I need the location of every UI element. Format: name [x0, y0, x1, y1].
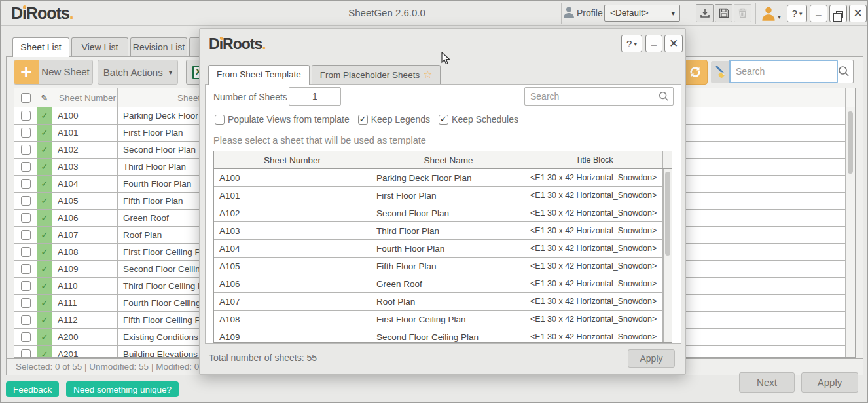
row-checkbox[interactable] — [21, 349, 31, 358]
sheet-number-cell[interactable]: A101 — [214, 187, 371, 204]
batch-actions-button[interactable]: Batch Actions ▾ — [98, 60, 178, 85]
sheet-number-cell[interactable]: A104 — [52, 176, 118, 192]
select-all-checkbox[interactable]: ✓ — [21, 93, 31, 103]
column-header-sheet-number[interactable]: Sheet Number — [52, 88, 118, 107]
new-sheet-button[interactable]: + New Sheet — [14, 60, 93, 85]
sheet-number-cell[interactable]: A108 — [214, 311, 371, 328]
sheet-number-cell[interactable]: A106 — [214, 275, 371, 292]
column-header-sheet-name[interactable]: Sheet Name — [371, 151, 526, 168]
sheet-number-cell[interactable]: A201 — [52, 346, 118, 358]
main-tab[interactable]: Sheet List — [12, 37, 69, 57]
close-button[interactable]: ✕ — [849, 5, 867, 22]
number-of-sheets-input[interactable] — [289, 87, 341, 106]
dialog-tab[interactable]: From Placeholder Sheets☆ — [312, 65, 441, 84]
column-header-title-block[interactable]: Title Block — [526, 151, 663, 168]
row-checkbox[interactable] — [21, 315, 31, 325]
option[interactable]: ✓ Keep Legends — [358, 114, 430, 125]
sheet-number-cell[interactable]: A100 — [52, 107, 118, 124]
sheet-number-cell[interactable]: A110 — [52, 278, 118, 294]
dialog-minimize-button[interactable]: _ — [645, 35, 662, 52]
search-input[interactable] — [731, 61, 835, 82]
table-row[interactable]: A108 First Floor Ceiling Plan <E1 30 x 4… — [214, 311, 672, 328]
dialog-tab[interactable]: From Sheet Template☆ — [208, 65, 310, 85]
column-header-sheet-number[interactable]: Sheet Number — [214, 151, 371, 168]
row-checkbox[interactable] — [21, 264, 31, 274]
sheet-number-cell[interactable]: A109 — [52, 261, 118, 277]
main-tab[interactable]: View List — [71, 37, 128, 56]
sheet-number-cell[interactable]: A109 — [214, 328, 371, 343]
row-checkbox[interactable] — [21, 247, 31, 257]
table-row[interactable]: A104 Fourth Floor Plan <E1 30 x 42 Horiz… — [214, 240, 672, 258]
refresh-button[interactable] — [683, 60, 708, 85]
feedback-button[interactable]: Feedback — [6, 381, 59, 397]
option-checkbox[interactable]: ✓ — [439, 115, 448, 125]
row-checkbox[interactable] — [21, 213, 31, 223]
sheet-name-cell[interactable]: Second Floor Plan — [371, 204, 526, 221]
sheet-name-cell[interactable]: Roof Plan — [371, 293, 526, 310]
select-all-cell[interactable]: ✓ — [14, 88, 37, 107]
table-row[interactable]: A102 Second Floor Plan <E1 30 x 42 Horiz… — [214, 204, 672, 222]
row-checkbox[interactable] — [21, 179, 31, 189]
need-something-unique-button[interactable]: Need something unique? — [66, 381, 179, 397]
sheet-name-cell[interactable]: Second Floor Ceiling Plan — [371, 328, 526, 343]
apply-button[interactable]: Apply — [801, 372, 858, 393]
vertical-scrollbar[interactable] — [845, 107, 855, 357]
scrollbar-thumb[interactable] — [848, 111, 853, 174]
sheet-number-cell[interactable]: A100 — [214, 169, 371, 186]
help-button[interactable]: ?▾ — [787, 5, 807, 22]
main-tab[interactable]: Revision List — [130, 37, 187, 56]
row-checkbox[interactable] — [21, 332, 31, 342]
sheet-name-cell[interactable]: Fifth Floor Plan — [371, 258, 526, 275]
account-button[interactable]: ▾ — [761, 5, 787, 22]
title-block-cell[interactable]: <E1 30 x 42 Horizontal_Snowdon> — [526, 275, 663, 292]
sheet-number-cell[interactable]: A107 — [52, 227, 118, 243]
title-block-cell[interactable]: <E1 30 x 42 Horizontal_Snowdon> — [526, 222, 663, 239]
table-row[interactable]: A107 Roof Plan <E1 30 x 42 Horizontal_Sn… — [214, 293, 672, 311]
sheet-name-cell[interactable]: First Floor Ceiling Plan — [371, 311, 526, 328]
title-block-cell[interactable]: <E1 30 x 42 Horizontal_Snowdon> — [526, 240, 663, 257]
row-checkbox[interactable] — [21, 128, 31, 138]
dialog-close-button[interactable]: ✕ — [664, 35, 683, 52]
sheet-name-cell[interactable]: Fourth Floor Plan — [371, 240, 526, 257]
scrollbar-thumb[interactable] — [665, 172, 670, 256]
sheet-number-cell[interactable]: A111 — [52, 295, 118, 311]
table-row[interactable]: A101 First Floor Plan <E1 30 x 42 Horizo… — [214, 187, 672, 204]
next-button[interactable]: Next — [739, 372, 795, 393]
sheet-number-cell[interactable]: A102 — [214, 204, 371, 221]
title-block-cell[interactable]: <E1 30 x 42 Horizontal_Snowdon> — [526, 187, 663, 204]
dialog-search-input[interactable] — [525, 88, 655, 105]
row-checkbox[interactable] — [21, 230, 31, 240]
option[interactable]: ✓ Keep Schedules — [439, 114, 518, 125]
row-checkbox[interactable] — [21, 111, 31, 121]
sheet-number-cell[interactable]: A200 — [52, 329, 118, 345]
title-block-cell[interactable]: <E1 30 x 42 Horizontal_Snowdon> — [526, 328, 663, 343]
row-checkbox[interactable] — [21, 162, 31, 172]
sheet-number-cell[interactable]: A103 — [214, 222, 371, 239]
sheet-number-cell[interactable]: A105 — [52, 193, 118, 209]
sheet-name-cell[interactable]: Parking Deck Floor Plan — [371, 169, 526, 186]
row-checkbox[interactable] — [21, 298, 31, 308]
restore-button[interactable] — [829, 5, 847, 22]
save-profile-button[interactable] — [715, 4, 732, 22]
table-row[interactable]: A103 Third Floor Plan <E1 30 x 42 Horizo… — [214, 222, 672, 240]
title-block-cell[interactable]: <E1 30 x 42 Horizontal_Snowdon> — [526, 311, 663, 328]
title-block-cell[interactable]: <E1 30 x 42 Horizontal_Snowdon> — [526, 293, 663, 310]
sheet-number-cell[interactable]: A102 — [52, 142, 118, 158]
search-icon[interactable] — [837, 65, 850, 78]
sheet-number-cell[interactable]: A105 — [214, 258, 371, 275]
sheet-name-cell[interactable]: Green Roof — [371, 275, 526, 292]
option-checkbox[interactable]: ✓ — [358, 115, 368, 125]
row-checkbox[interactable] — [21, 196, 31, 206]
title-block-cell[interactable]: <E1 30 x 42 Horizontal_Snowdon> — [526, 204, 663, 221]
search-icon[interactable] — [658, 90, 670, 102]
row-checkbox[interactable] — [21, 145, 31, 155]
option-checkbox[interactable]: ✓ — [215, 115, 225, 125]
option[interactable]: ✓ Populate Views from template — [215, 114, 350, 125]
profile-select[interactable]: <Default>▾ — [604, 5, 680, 22]
import-profile-button[interactable] — [696, 4, 714, 22]
sheet-name-cell[interactable]: First Floor Plan — [371, 187, 526, 204]
table-row[interactable]: A109 Second Floor Ceiling Plan <E1 30 x … — [214, 328, 672, 343]
vertical-scrollbar[interactable] — [663, 169, 672, 342]
dialog-apply-button[interactable]: Apply — [628, 349, 675, 368]
minimize-button[interactable]: _ — [810, 5, 827, 22]
